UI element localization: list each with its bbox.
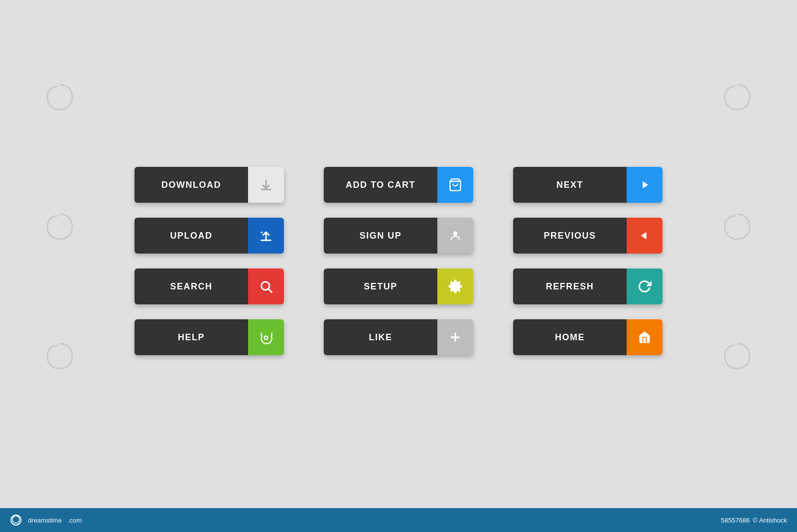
upload-button[interactable]: UPLOAD <box>134 218 284 254</box>
home-label: HOME <box>513 319 627 355</box>
dreamstime-logo: dreamstime .com <box>10 514 82 526</box>
search-button[interactable]: SEARCH <box>134 268 284 304</box>
add-to-cart-button[interactable]: ADD TO CART <box>324 167 473 203</box>
watermark-spiral-ml <box>40 209 80 249</box>
buttons-grid: DOWNLOADADD TO CARTNEXTUPLOADSIGN UPPREV… <box>134 167 663 355</box>
watermark-spiral-tl <box>40 80 80 120</box>
help-button[interactable]: HELP <box>134 319 284 355</box>
sign-up-button[interactable]: SIGN UP <box>324 218 473 254</box>
previous-button[interactable]: PREVIOUS <box>513 218 663 254</box>
dreamstime-url: .com <box>68 517 82 524</box>
setup-label: SETUP <box>324 268 437 304</box>
previous-label: PREVIOUS <box>513 218 627 254</box>
previous-icon <box>627 218 663 254</box>
download-label: DOWNLOAD <box>134 167 248 203</box>
dreamstime-logo-icon <box>10 514 22 526</box>
like-icon <box>437 319 473 355</box>
footer-id: 58557686 <box>721 517 750 524</box>
footer-bar: dreamstime .com 58557686 © Antishock <box>0 508 797 532</box>
upload-icon <box>248 218 284 254</box>
gear-icon <box>437 268 473 304</box>
home-button[interactable]: HOME <box>513 319 663 355</box>
next-icon <box>627 167 663 203</box>
search-label: SEARCH <box>134 268 248 304</box>
like-button[interactable]: LIKE <box>324 319 473 355</box>
watermark-spiral-bl <box>40 339 80 379</box>
watermark-spiral-tr <box>717 80 757 120</box>
svg-marker-3 <box>641 232 647 240</box>
download-button[interactable]: DOWNLOAD <box>134 167 284 203</box>
watermark-spiral-br <box>717 339 757 379</box>
refresh-icon <box>627 268 663 304</box>
next-button[interactable]: NEXT <box>513 167 663 203</box>
add-to-cart-label: ADD TO CART <box>324 167 437 203</box>
search-icon <box>248 268 284 304</box>
dreamstime-text: dreamstime <box>28 517 62 524</box>
help-icon <box>248 319 284 355</box>
like-label: LIKE <box>324 319 437 355</box>
next-label: NEXT <box>513 167 627 203</box>
footer-copyright: © Antishock <box>753 517 787 524</box>
refresh-label: REFRESH <box>513 268 627 304</box>
sign-up-label: SIGN UP <box>324 218 437 254</box>
watermark-spiral-mr <box>717 209 757 249</box>
help-label: HELP <box>134 319 248 355</box>
download-icon <box>248 167 284 203</box>
person-icon <box>437 218 473 254</box>
svg-marker-1 <box>643 181 648 189</box>
upload-label: UPLOAD <box>134 218 248 254</box>
svg-line-5 <box>268 289 271 292</box>
home-icon <box>627 319 663 355</box>
cart-icon <box>437 167 473 203</box>
refresh-button[interactable]: REFRESH <box>513 268 663 304</box>
footer-right: 58557686 © Antishock <box>721 517 787 524</box>
setup-button[interactable]: SETUP <box>324 268 473 304</box>
svg-point-2 <box>453 231 458 236</box>
svg-point-6 <box>265 336 268 340</box>
